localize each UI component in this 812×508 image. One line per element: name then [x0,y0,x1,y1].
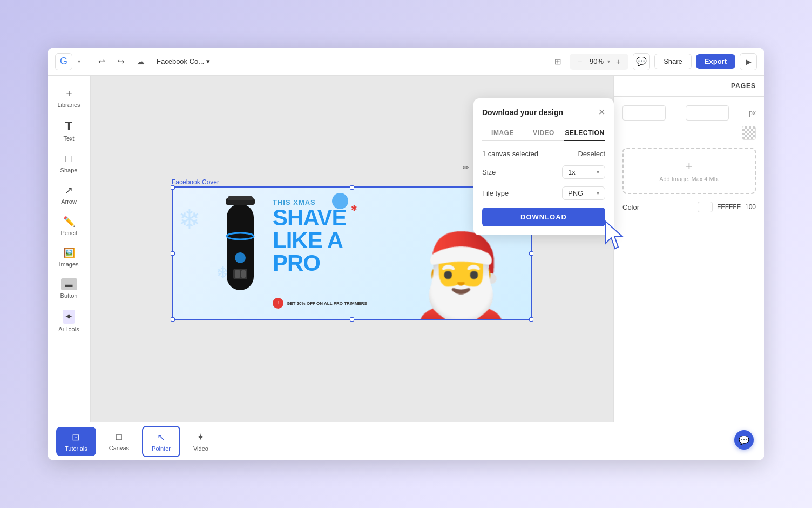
tab-canvas[interactable]: □ Canvas [100,427,138,456]
tab-tutorials[interactable]: ⊡ Tutorials [56,427,96,456]
topbar: G ▾ ↩ ↪ ☁ Facebook Co... ▾ ⊞ − 90% ▾ + 💬… [48,48,764,76]
handle-top-left[interactable] [171,185,175,190]
close-download-button[interactable]: ✕ [598,107,605,117]
handle-bot-right[interactable] [529,317,533,322]
width-input[interactable] [622,105,666,121]
logo-icon: G [60,56,67,67]
size-caret-icon: ▾ [597,169,599,175]
canvas-selected-text: 1 canvas selected [482,150,538,158]
file-type-caret-icon: ▾ [597,190,599,196]
sidebar-item-shape[interactable]: □ Shape [52,148,86,178]
left-sidebar: ＋ Libraries T Text □ Shape ↗ Arrow ✏️ Pe… [48,76,91,422]
present-button[interactable]: ▶ [740,53,757,70]
sidebar-item-label: Pencil [61,230,77,236]
chat-icon: 💬 [739,435,749,445]
share-button[interactable]: Share [654,54,692,69]
size-select[interactable]: 1x ▾ [562,165,605,179]
plus-icon: ＋ [64,86,74,99]
canvas-selected-row: 1 canvas selected Deselect [482,150,605,158]
pages-header: PAGES [614,76,764,97]
add-image-text: Add Image. Max 4 Mb. [629,176,749,182]
promo-badge: ! GET 20% OFF ON ALL PRO TRIMMERS [273,298,367,309]
trimmer-graphic [216,193,265,301]
handle-mid-left[interactable] [171,251,175,256]
sidebar-item-pencil[interactable]: ✏️ Pencil [52,211,86,240]
canvas-icon: □ [116,431,122,443]
file-type-row: File type PNG ▾ [482,186,605,200]
sidebar-item-label: Images [59,261,78,268]
download-panel-header: Download your design ✕ [482,107,605,117]
ai-tools-icon: ✦ [63,310,75,324]
badge-icon: ! [273,298,283,309]
size-row: Size 1x ▾ [482,165,605,179]
color-hex: FFFFFF [717,203,741,211]
promo-text: GET 20% OFF ON ALL PRO TRIMMERS [287,301,367,306]
redo-button[interactable]: ↪ [113,54,128,69]
height-input[interactable] [686,105,729,121]
shave-line3: PRO [273,252,347,275]
santa-emoji: 🎅 [407,235,515,319]
deselect-button[interactable]: Deselect [578,150,605,158]
right-panel: PAGES Download your design ✕ IMAGE VIDEO… [613,76,764,422]
color-swatch[interactable] [698,202,713,212]
arrow-icon: ↗ [65,184,73,196]
resize-button[interactable]: ⊞ [550,54,565,69]
handle-bot-mid[interactable] [350,317,354,322]
handle-bot-left[interactable] [171,317,175,322]
snowflake-left: ❄ [178,204,201,235]
tab-video[interactable]: ✦ Video [185,427,217,456]
zoom-in-button[interactable]: + [612,56,624,68]
tab-selection[interactable]: SELECTION [564,126,605,141]
tab-video[interactable]: VIDEO [523,126,564,141]
editor-window: G ▾ ↩ ↪ ☁ Facebook Co... ▾ ⊞ − 90% ▾ + 💬… [48,48,764,460]
logo-button[interactable]: G [55,53,72,70]
add-image-area[interactable]: + Add Image. Max 4 Mb. [622,148,756,194]
filename-button[interactable]: Facebook Co... ▾ [152,55,214,68]
images-icon: 🖼️ [63,247,75,259]
sidebar-item-button[interactable]: ▬ Button [52,274,86,303]
checker-button[interactable] [742,126,756,140]
sidebar-item-text[interactable]: T Text [52,115,86,146]
tab-image[interactable]: IMAGE [482,126,523,141]
file-type-value: PNG [568,189,583,197]
edit-frame-button[interactable]: ✏ [460,162,472,173]
svg-rect-3 [235,270,240,278]
filename-caret-icon: ▾ [206,57,210,65]
color-label: Color [622,203,639,211]
sidebar-item-libraries[interactable]: ＋ Libraries [52,82,86,112]
export-button[interactable]: Export [696,54,735,69]
zoom-caret-icon[interactable]: ▾ [607,58,610,64]
color-row: Color FFFFFF 100 [622,202,756,212]
button-icon: ▬ [61,278,77,290]
sidebar-item-label: Shape [60,167,78,173]
zoom-out-button[interactable]: − [574,56,586,68]
sidebar-item-label: Libraries [57,102,80,108]
add-image-icon: + [629,159,749,173]
filename-text: Facebook Co... [157,57,204,65]
shave-line2: LIKE A [273,229,347,252]
logo-caret[interactable]: ▾ [78,58,80,64]
topbar-right: ⊞ − 90% ▾ + 💬 Share Export ▶ [550,53,757,70]
canvas-label: Canvas [109,445,129,451]
sidebar-item-arrow[interactable]: ↗ Arrow [52,180,86,209]
handle-mid-right[interactable] [529,251,533,256]
download-button[interactable]: DOWNLOAD [482,208,605,226]
svg-point-5 [235,252,246,263]
sidebar-item-ai-tools[interactable]: ✦ Ai Tools [52,305,86,337]
sidebar-item-images[interactable]: 🖼️ Images [52,243,86,272]
handle-top-mid[interactable] [350,185,354,190]
cloud-save-button[interactable]: ☁ [133,54,148,69]
chat-button[interactable]: 💬 [734,430,754,450]
pointer-icon: ↖ [157,431,165,443]
pencil-icon: ✏️ [63,216,75,228]
panel-size-row: px [622,105,756,121]
star-icon: ✱ [351,204,357,212]
undo-button[interactable]: ↩ [94,54,109,69]
comment-button[interactable]: 💬 [633,53,650,70]
download-panel: Download your design ✕ IMAGE VIDEO SELEC… [473,98,614,235]
tab-pointer[interactable]: ↖ Pointer [142,426,180,457]
right-panel-body: px + Add Image. Max 4 Mb. Color FFFFFF [614,97,764,422]
color-swatch-row: FFFFFF 100 [698,202,756,212]
file-type-select[interactable]: PNG ▾ [562,186,605,200]
design-label: Facebook Cover [172,178,219,186]
